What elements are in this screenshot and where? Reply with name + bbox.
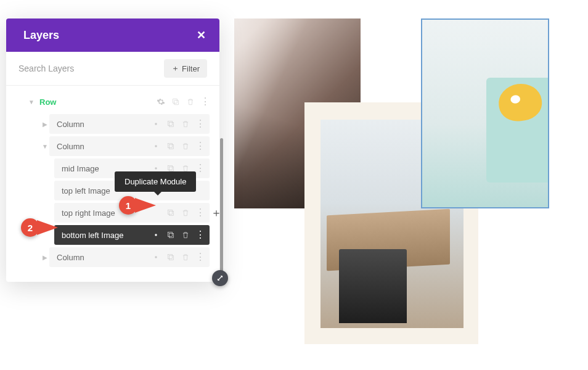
svg-rect-10 [169,167,174,171]
trash-icon[interactable] [181,253,190,261]
filter-button[interactable]: ＋ Filter [164,59,207,78]
gear-icon[interactable] [152,231,160,239]
svg-point-13 [155,234,157,236]
column-label: Column [57,120,152,129]
panel-title: Layers [23,29,59,42]
svg-rect-15 [169,234,174,238]
gear-icon[interactable] [152,142,160,150]
trash-icon[interactable] [181,120,190,128]
layers-panel: Layers ✕ ＋ Filter ▼ Row ⋮ ▶ Column [6,18,219,282]
duplicate-icon[interactable] [166,142,175,150]
annotation-1: 1 [119,196,156,215]
filter-label: Filter [182,64,200,73]
duplicate-icon[interactable] [166,120,175,128]
duplicate-icon[interactable] [166,208,175,217]
svg-rect-12 [169,212,174,216]
tree-row-column-expanded[interactable]: ▼ Column ⋮ [16,135,210,157]
more-icon[interactable]: ⋮ [196,231,205,239]
caret-down-icon[interactable]: ▼ [27,97,36,106]
tooltip-duplicate-module: Duplicate Module [115,171,196,192]
trash-icon[interactable] [181,142,190,150]
more-icon[interactable]: ⋮ [196,120,205,128]
trash-icon[interactable] [186,97,195,106]
caret-right-icon[interactable]: ▶ [41,120,49,128]
svg-rect-0 [173,99,177,103]
column-label: Column [57,253,152,262]
search-row: ＋ Filter [6,52,219,86]
gear-icon[interactable] [152,120,160,128]
row-actions: ⋮ [157,97,210,106]
gear-icon[interactable] [157,97,165,106]
close-icon[interactable]: ✕ [197,28,206,42]
more-icon[interactable]: ⋮ [196,142,205,150]
svg-rect-14 [168,232,172,236]
svg-rect-9 [168,165,172,170]
annotation-arrow [135,198,156,213]
duplicate-icon[interactable] [171,97,180,106]
trash-icon[interactable] [181,231,190,239]
svg-point-2 [155,123,157,125]
more-icon[interactable]: ⋮ [196,208,205,217]
svg-rect-4 [169,123,174,127]
svg-rect-3 [168,121,172,125]
panel-header: Layers ✕ [6,18,219,52]
resize-handle[interactable] [212,270,228,286]
annotation-arrow [37,220,58,235]
column-label: Column [57,142,152,151]
svg-rect-7 [169,145,174,149]
tree-row-column[interactable]: ▶ Column ⋮ [16,113,210,135]
plus-icon: ＋ [171,63,179,74]
module-label: bottom left Image [62,231,152,240]
svg-rect-6 [168,143,172,147]
row-label: Row [39,97,153,107]
duplicate-icon[interactable] [166,253,175,261]
svg-rect-1 [174,101,179,105]
scrollbar[interactable] [220,138,223,280]
gear-icon[interactable] [152,253,160,261]
svg-rect-17 [168,254,172,258]
tree-row-row[interactable]: ▼ Row ⋮ [16,91,210,113]
svg-point-16 [155,256,157,258]
svg-point-8 [155,167,157,170]
trash-icon[interactable] [181,208,190,217]
caret-down-icon[interactable]: ▼ [41,142,49,150]
svg-rect-18 [169,256,174,260]
tree-row-column[interactable]: ▶ Column ⋮ [16,246,210,268]
more-icon[interactable]: ⋮ [201,97,210,106]
more-icon[interactable]: ⋮ [196,164,205,173]
search-input[interactable] [18,64,164,73]
more-icon[interactable]: ⋮ [196,253,205,261]
svg-rect-11 [168,210,172,214]
image-top-right-selected[interactable] [421,18,549,208]
duplicate-icon[interactable] [166,231,175,239]
annotation-2: 2 [21,218,58,237]
caret-right-icon[interactable]: ▶ [41,253,49,261]
svg-point-5 [155,145,157,147]
